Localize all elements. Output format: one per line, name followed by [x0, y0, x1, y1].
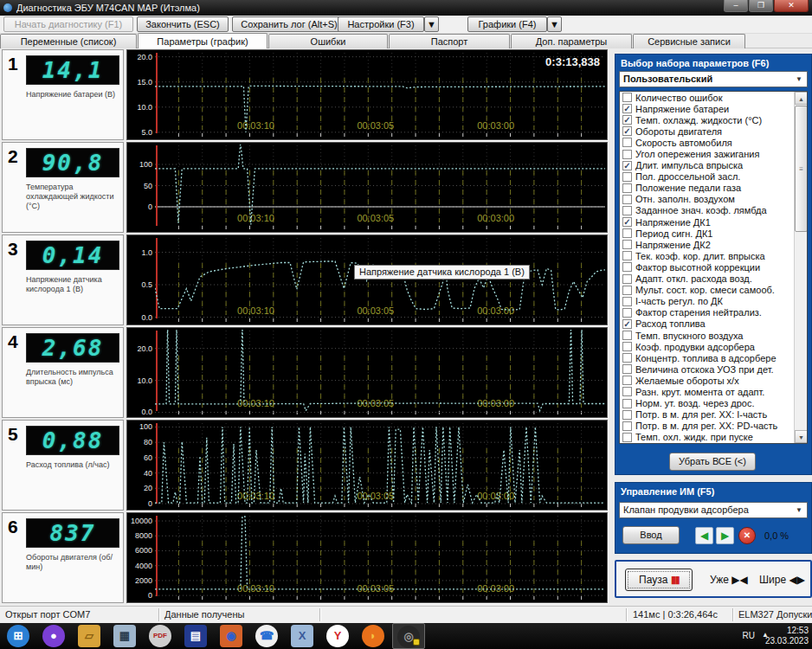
checkbox-icon[interactable] — [622, 297, 632, 306]
x-app-icon[interactable]: X — [291, 625, 313, 647]
checkbox-icon[interactable] — [622, 274, 632, 284]
graph-panel-5[interactable]: 10080604020000:03:1000:03:0500:03:00 — [126, 420, 608, 511]
charts-dropdown-icon[interactable]: ▼ — [547, 16, 562, 32]
checkbox-icon[interactable] — [622, 331, 632, 340]
param-checkbox-item-5[interactable]: Угол опережения зажигания — [620, 148, 807, 159]
checkbox-icon[interactable] — [622, 342, 632, 351]
graph-panel-6[interactable]: 100008000600040002000000:03:1000:03:0500… — [126, 512, 608, 603]
list-scrollbar[interactable]: ▲ ≡ ▼ — [794, 92, 807, 443]
param-checkbox-item-20[interactable]: ✓Расход топлива — [620, 318, 807, 330]
checkbox-icon[interactable]: ✓ — [622, 161, 632, 170]
param-checkbox-item-6[interactable]: ✓Длит. импульса впрыска — [620, 160, 807, 171]
param-checkbox-item-25[interactable]: Желаемые обороты х/х — [620, 375, 807, 386]
param-checkbox-item-11[interactable]: ✓Напряжение ДК1 — [620, 216, 807, 228]
param-checkbox-item-10[interactable]: Заданное знач. коэф. лямбда — [620, 205, 807, 216]
graph-panel-1[interactable]: 20.015.010.05.000:03:1000:03:0500:03:000… — [126, 49, 608, 140]
param-checkbox-item-1[interactable]: ✓Напряжение батареи — [620, 103, 807, 114]
param-checkbox-item-18[interactable]: I-часть регул. по ДК — [620, 296, 807, 307]
checkbox-icon[interactable] — [622, 308, 632, 318]
checkbox-icon[interactable] — [622, 421, 632, 431]
param-checkbox-item-15[interactable]: Фактор высотной коррекции — [620, 261, 807, 273]
checkbox-icon[interactable]: ✓ — [622, 126, 632, 136]
charts-button[interactable]: Графики (F4) — [467, 16, 547, 32]
param-checkbox-item-8[interactable]: Положение педали газа — [620, 183, 807, 194]
graph-panel-2[interactable]: 10050000:03:1000:03:0500:03:00 — [126, 142, 608, 233]
checkbox-icon[interactable] — [622, 150, 632, 159]
checkbox-icon[interactable] — [622, 387, 632, 396]
calculator-icon[interactable]: ▦ — [113, 625, 136, 647]
param-checkbox-item-7[interactable]: Пол. дроссельной засл. — [620, 171, 807, 183]
yandex-browser-icon[interactable]: Y — [326, 625, 349, 647]
alice-icon[interactable]: ● — [42, 625, 65, 647]
param-checkbox-item-14[interactable]: Тек. коэф. кор. длит. впрыска — [620, 250, 807, 261]
param-checkbox-item-28[interactable]: Потр. в м. для рег. ХХ: I-часть — [620, 409, 807, 421]
param-checkbox-item-23[interactable]: Концентр. топлива в адсорбере — [620, 352, 807, 363]
floppy-id-icon[interactable]: ▤ — [184, 625, 207, 647]
graph-panel-3[interactable]: 1.00.50.000:03:1000:03:0500:03:00 — [126, 235, 608, 325]
minimize-button[interactable]: – — [724, 0, 748, 12]
settings-dropdown-icon[interactable]: ▼ — [424, 16, 439, 32]
scrollbar-thumb[interactable]: ≡ — [795, 106, 808, 232]
param-checkbox-item-0[interactable]: Количество ошибок — [620, 92, 807, 103]
param-checkbox-item-26[interactable]: Разн. крут. момента от адапт. — [620, 386, 807, 397]
checkbox-icon[interactable] — [622, 172, 632, 182]
explorer-icon[interactable]: ▱ — [78, 625, 100, 647]
param-checkbox-item-16[interactable]: Адапт. откл. расхода возд. — [620, 273, 807, 285]
save-log-button[interactable]: Сохранить лог (Alt+S) — [232, 16, 346, 32]
param-checkbox-item-17[interactable]: Мульт. сост. кор. смеси самооб. — [620, 285, 807, 296]
param-checkbox-item-2[interactable]: ✓Темп. охлажд. жидкости (°С) — [620, 114, 807, 125]
checkbox-icon[interactable]: ✓ — [622, 115, 632, 125]
checkbox-icon[interactable] — [622, 228, 632, 238]
param-checkbox-item-27[interactable]: Норм. ут. возд. через дрос. — [620, 398, 807, 409]
scroll-down-icon[interactable]: ▼ — [795, 430, 808, 443]
preset-dropdown[interactable]: Пользовательский ▼ — [619, 71, 808, 87]
remove-all-button[interactable]: Убрать ВСЕ (<) — [669, 453, 756, 471]
checkbox-icon[interactable]: ✓ — [622, 217, 632, 227]
checkbox-icon[interactable] — [622, 353, 632, 363]
pause-button[interactable]: Пауза ▮▮ — [625, 569, 693, 591]
enter-button[interactable]: Ввод — [622, 526, 680, 544]
tab-0[interactable]: Переменные (список) — [0, 34, 137, 48]
close-button[interactable]: ✕ — [774, 0, 809, 12]
narrower-button[interactable]: Уже ▶◀ — [710, 574, 748, 586]
tab-4[interactable]: Доп. параметры — [511, 34, 632, 48]
checkbox-icon[interactable] — [622, 410, 632, 420]
checkbox-icon[interactable] — [622, 251, 632, 260]
param-checkbox-item-21[interactable]: Темп. впускного воздуха — [620, 330, 807, 341]
param-checkbox-item-9[interactable]: Отн. заполн. воздухом — [620, 194, 807, 205]
checkbox-icon[interactable] — [622, 206, 632, 215]
tab-5[interactable]: Сервисные записи — [633, 34, 745, 48]
graph-panel-4[interactable]: 20.010.00.000:03:1000:03:0500:03:00 — [126, 327, 608, 418]
tab-1[interactable]: Параметры (график) — [138, 33, 267, 48]
phone-app-icon[interactable]: ☎ — [255, 625, 278, 647]
start-diagnostics-button[interactable]: Начать диагностику (F1) — [3, 16, 133, 32]
param-checkbox-item-24[interactable]: Величина отскока УОЗ при дет. — [620, 363, 807, 375]
checkbox-icon[interactable] — [622, 183, 632, 193]
param-checkbox-item-29[interactable]: Потр. в м. для рег. ХХ: PD-часть — [620, 421, 807, 432]
param-checkbox-item-4[interactable]: Скорость автомобиля — [620, 137, 807, 148]
param-checkbox-item-30[interactable]: Темп. охл. жидк. при пуске — [620, 432, 807, 443]
start-button[interactable]: ⊞ — [7, 625, 29, 647]
checkbox-icon[interactable] — [622, 286, 632, 295]
active-app-task[interactable]: ◎ — [392, 623, 425, 649]
scroll-up-icon[interactable]: ▲ — [795, 92, 808, 105]
clock[interactable]: 12:53 23.03.2023 — [765, 626, 809, 646]
actuator-dropdown[interactable]: Клапан продувки адсорбера ▼ — [619, 502, 808, 518]
checkbox-icon[interactable] — [622, 262, 632, 272]
tab-3[interactable]: Паспорт — [389, 34, 510, 48]
checkbox-icon[interactable] — [622, 433, 632, 442]
viewer-eye-icon[interactable]: ◉ — [220, 625, 242, 647]
wider-button[interactable]: Шире ◀▶ — [759, 574, 805, 586]
checkbox-icon[interactable] — [622, 399, 632, 408]
param-checkbox-item-19[interactable]: Фактор старения нейтрализ. — [620, 307, 807, 318]
checkbox-icon[interactable] — [622, 93, 632, 102]
stop-actuator-button[interactable]: ✕ — [738, 527, 756, 544]
maximize-button[interactable]: ❐ — [749, 0, 773, 12]
checkbox-icon[interactable] — [622, 364, 632, 374]
param-checkbox-item-12[interactable]: Период сигн. ДК1 — [620, 228, 807, 239]
stop-button[interactable]: Закончить (ESC) — [137, 16, 229, 32]
step-left-button[interactable]: ◀ — [695, 527, 713, 544]
param-checkbox-item-22[interactable]: Коэф. продувки адсорбера — [620, 341, 807, 352]
checkbox-icon[interactable]: ✓ — [622, 319, 632, 329]
step-right-button[interactable]: ▶ — [716, 527, 734, 544]
